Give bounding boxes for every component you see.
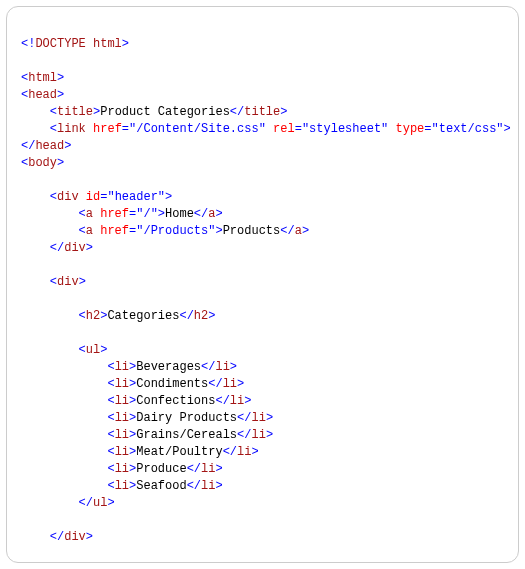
h2-line: <h2>Categories</h2> [79,309,216,323]
li-line: <li>Produce</li> [107,462,222,476]
a-products-line: <a href="/Products">Products</a> [79,224,309,238]
html-open: <html> [21,71,64,85]
li-line: <li>Grains/Cereals</li> [107,428,273,442]
li-line: <li>Seafood</li> [107,479,222,493]
title-line: <title>Product Categories</title> [50,105,288,119]
code-panel: <!DOCTYPE html> <html> <head> <title>Pro… [6,6,519,563]
div-open: <div> [50,275,86,289]
div-header-open: <div id="header"> [50,190,172,204]
div-header-close: </div> [50,241,93,255]
head-open: <head> [21,88,64,102]
li-line: <li>Meat/Poultry</li> [107,445,258,459]
div-close2: </div> [50,530,93,544]
ul-open: <ul> [79,343,108,357]
li-line: <li>Dairy Products</li> [107,411,273,425]
li-line: <li>Beverages</li> [107,360,237,374]
body-open: <body> [21,156,64,170]
ul-close: </ul> [79,496,115,510]
a-home-line: <a href="/">Home</a> [79,207,223,221]
head-close: </head> [21,139,71,153]
li-line: <li>Condiments</li> [107,377,244,391]
doctype-line: <!DOCTYPE html> [21,37,129,51]
li-line: <li>Confections</li> [107,394,251,408]
link-line: <link href="/Content/Site.css" rel="styl… [50,122,511,136]
